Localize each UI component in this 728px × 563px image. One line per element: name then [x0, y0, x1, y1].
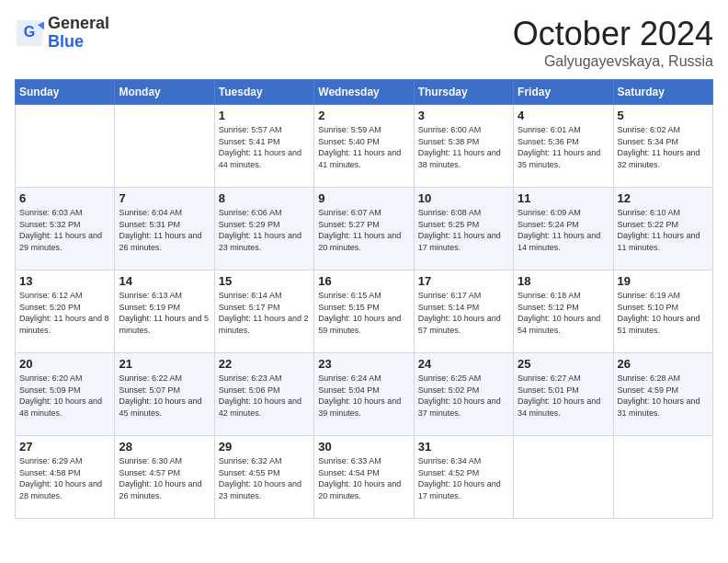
logo-text: General Blue: [48, 15, 109, 52]
day-number: 4: [518, 109, 609, 122]
day-info: Sunrise: 6:00 AM Sunset: 5:38 PM Dayligh…: [418, 124, 509, 170]
calendar-cell: 31Sunrise: 6:34 AM Sunset: 4:52 PM Dayli…: [414, 436, 513, 519]
calendar-week-row: 27Sunrise: 6:29 AM Sunset: 4:58 PM Dayli…: [16, 436, 713, 519]
day-number: 23: [318, 357, 409, 371]
day-number: 9: [318, 191, 409, 205]
calendar-cell: 23Sunrise: 6:24 AM Sunset: 5:04 PM Dayli…: [314, 353, 414, 436]
logo-icon: G: [15, 18, 44, 48]
weekday-header-monday: Monday: [115, 80, 214, 105]
day-info: Sunrise: 6:22 AM Sunset: 5:07 PM Dayligh…: [119, 373, 210, 419]
day-number: 2: [318, 109, 409, 122]
day-number: 18: [518, 274, 609, 288]
day-info: Sunrise: 6:10 AM Sunset: 5:22 PM Dayligh…: [618, 207, 709, 253]
day-info: Sunrise: 6:02 AM Sunset: 5:34 PM Dayligh…: [618, 124, 709, 170]
day-info: Sunrise: 6:09 AM Sunset: 5:24 PM Dayligh…: [518, 207, 609, 253]
calendar-cell: 19Sunrise: 6:19 AM Sunset: 5:10 PM Dayli…: [613, 270, 712, 353]
calendar-cell: 30Sunrise: 6:33 AM Sunset: 4:54 PM Dayli…: [314, 436, 414, 519]
day-info: Sunrise: 6:03 AM Sunset: 5:32 PM Dayligh…: [19, 207, 110, 253]
calendar-cell: 3Sunrise: 6:00 AM Sunset: 5:38 PM Daylig…: [414, 105, 513, 188]
calendar-cell: 28Sunrise: 6:30 AM Sunset: 4:57 PM Dayli…: [115, 436, 214, 519]
calendar-body: 1Sunrise: 5:57 AM Sunset: 5:41 PM Daylig…: [16, 105, 713, 519]
weekday-header-row: SundayMondayTuesdayWednesdayThursdayFrid…: [16, 80, 713, 105]
day-number: 7: [119, 191, 210, 205]
calendar-week-row: 1Sunrise: 5:57 AM Sunset: 5:41 PM Daylig…: [16, 105, 713, 188]
day-info: Sunrise: 6:25 AM Sunset: 5:02 PM Dayligh…: [418, 373, 509, 419]
weekday-header-thursday: Thursday: [414, 80, 513, 105]
day-number: 21: [119, 357, 210, 371]
day-info: Sunrise: 5:59 AM Sunset: 5:40 PM Dayligh…: [318, 124, 409, 170]
day-number: 17: [418, 274, 509, 288]
calendar-week-row: 6Sunrise: 6:03 AM Sunset: 5:32 PM Daylig…: [16, 188, 713, 270]
day-number: 22: [219, 357, 310, 371]
calendar-cell: 26Sunrise: 6:28 AM Sunset: 4:59 PM Dayli…: [613, 353, 712, 436]
day-number: 27: [19, 440, 110, 454]
day-info: Sunrise: 6:18 AM Sunset: 5:12 PM Dayligh…: [518, 290, 609, 336]
calendar-cell: 27Sunrise: 6:29 AM Sunset: 4:58 PM Dayli…: [16, 436, 115, 519]
day-number: 29: [219, 440, 310, 454]
logo: G General Blue: [15, 15, 109, 52]
day-info: Sunrise: 5:57 AM Sunset: 5:41 PM Dayligh…: [219, 124, 310, 170]
day-number: 14: [119, 274, 210, 288]
day-number: 24: [418, 357, 509, 371]
day-number: 31: [418, 440, 509, 454]
day-number: 30: [318, 440, 409, 454]
calendar-cell: 16Sunrise: 6:15 AM Sunset: 5:15 PM Dayli…: [314, 270, 414, 353]
weekday-header-saturday: Saturday: [613, 80, 712, 105]
svg-text:G: G: [24, 24, 35, 40]
calendar-week-row: 20Sunrise: 6:20 AM Sunset: 5:09 PM Dayli…: [16, 353, 713, 436]
day-number: 3: [418, 109, 509, 122]
calendar-cell: 13Sunrise: 6:12 AM Sunset: 5:20 PM Dayli…: [16, 270, 115, 353]
day-number: 16: [318, 274, 409, 288]
day-number: 11: [518, 191, 609, 205]
day-info: Sunrise: 6:33 AM Sunset: 4:54 PM Dayligh…: [318, 455, 409, 501]
day-info: Sunrise: 6:14 AM Sunset: 5:17 PM Dayligh…: [219, 290, 310, 336]
day-number: 6: [19, 191, 110, 205]
day-number: 20: [19, 357, 110, 371]
day-info: Sunrise: 6:12 AM Sunset: 5:20 PM Dayligh…: [19, 290, 110, 336]
calendar-cell: 20Sunrise: 6:20 AM Sunset: 5:09 PM Dayli…: [16, 353, 115, 436]
day-number: 19: [618, 274, 709, 288]
day-number: 28: [119, 440, 210, 454]
day-info: Sunrise: 6:27 AM Sunset: 5:01 PM Dayligh…: [518, 373, 609, 419]
day-info: Sunrise: 6:29 AM Sunset: 4:58 PM Dayligh…: [19, 455, 110, 501]
day-info: Sunrise: 6:07 AM Sunset: 5:27 PM Dayligh…: [318, 207, 409, 253]
calendar-cell: 12Sunrise: 6:10 AM Sunset: 5:22 PM Dayli…: [613, 188, 712, 270]
day-info: Sunrise: 6:06 AM Sunset: 5:29 PM Dayligh…: [219, 207, 310, 253]
day-info: Sunrise: 6:32 AM Sunset: 4:55 PM Dayligh…: [219, 455, 310, 501]
calendar-cell: 25Sunrise: 6:27 AM Sunset: 5:01 PM Dayli…: [514, 353, 613, 436]
calendar-cell: 6Sunrise: 6:03 AM Sunset: 5:32 PM Daylig…: [16, 188, 115, 270]
page-header: G General Blue October 2024 Galyugayevsk…: [15, 15, 713, 70]
calendar-cell: 4Sunrise: 6:01 AM Sunset: 5:36 PM Daylig…: [514, 105, 613, 188]
calendar-cell: 18Sunrise: 6:18 AM Sunset: 5:12 PM Dayli…: [514, 270, 613, 353]
day-number: 8: [219, 191, 310, 205]
day-number: 25: [518, 357, 609, 371]
weekday-header-sunday: Sunday: [16, 80, 115, 105]
calendar-cell: 22Sunrise: 6:23 AM Sunset: 5:06 PM Dayli…: [214, 353, 313, 436]
day-info: Sunrise: 6:28 AM Sunset: 4:59 PM Dayligh…: [618, 373, 709, 419]
location-subtitle: Galyugayevskaya, Russia: [513, 53, 713, 70]
calendar-cell: 29Sunrise: 6:32 AM Sunset: 4:55 PM Dayli…: [214, 436, 313, 519]
calendar-cell: 11Sunrise: 6:09 AM Sunset: 5:24 PM Dayli…: [514, 188, 613, 270]
day-info: Sunrise: 6:15 AM Sunset: 5:15 PM Dayligh…: [318, 290, 409, 336]
calendar-header: SundayMondayTuesdayWednesdayThursdayFrid…: [16, 80, 713, 105]
day-number: 5: [618, 109, 709, 122]
calendar-cell: 7Sunrise: 6:04 AM Sunset: 5:31 PM Daylig…: [115, 188, 214, 270]
weekday-header-wednesday: Wednesday: [314, 80, 414, 105]
day-info: Sunrise: 6:24 AM Sunset: 5:04 PM Dayligh…: [318, 373, 409, 419]
calendar-cell: 21Sunrise: 6:22 AM Sunset: 5:07 PM Dayli…: [115, 353, 214, 436]
weekday-header-friday: Friday: [514, 80, 613, 105]
title-block: October 2024 Galyugayevskaya, Russia: [513, 15, 713, 70]
calendar-cell: [613, 436, 712, 519]
day-info: Sunrise: 6:13 AM Sunset: 5:19 PM Dayligh…: [119, 290, 210, 336]
day-info: Sunrise: 6:19 AM Sunset: 5:10 PM Dayligh…: [618, 290, 709, 336]
day-number: 12: [618, 191, 709, 205]
calendar-cell: 17Sunrise: 6:17 AM Sunset: 5:14 PM Dayli…: [414, 270, 513, 353]
day-number: 26: [618, 357, 709, 371]
day-number: 1: [219, 109, 310, 122]
calendar-cell: 15Sunrise: 6:14 AM Sunset: 5:17 PM Dayli…: [214, 270, 313, 353]
day-info: Sunrise: 6:01 AM Sunset: 5:36 PM Dayligh…: [518, 124, 609, 170]
calendar-cell: 5Sunrise: 6:02 AM Sunset: 5:34 PM Daylig…: [613, 105, 712, 188]
calendar-cell: 1Sunrise: 5:57 AM Sunset: 5:41 PM Daylig…: [214, 105, 313, 188]
day-info: Sunrise: 6:04 AM Sunset: 5:31 PM Dayligh…: [119, 207, 210, 253]
calendar-cell: 9Sunrise: 6:07 AM Sunset: 5:27 PM Daylig…: [314, 188, 414, 270]
